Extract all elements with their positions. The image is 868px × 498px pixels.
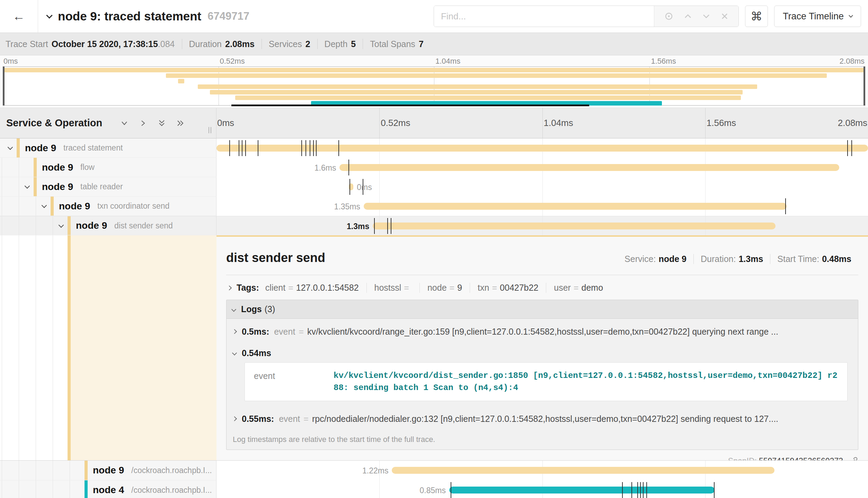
tags-row[interactable]: Tags: client=127.0.0.1:54582hostssl=node… (226, 275, 858, 300)
span-duration-label: 0.85ms (419, 486, 445, 495)
span-name-cell[interactable]: node 9table reader (0, 177, 216, 197)
span-name-cell[interactable]: node 9flow (0, 158, 216, 177)
span-name-cell[interactable]: node 9txn coordinator send (0, 197, 216, 216)
span-name-cell[interactable]: node 9dist sender send (0, 216, 216, 235)
minimap-left-drag-handle[interactable] (3, 66, 5, 106)
clear-find-icon[interactable] (720, 12, 729, 21)
span-timeline-cell[interactable] (216, 138, 868, 158)
span-row[interactable]: node 9flow1.6ms (0, 158, 868, 177)
chevron-right-icon (227, 285, 232, 290)
timeline-axis-header: 0ms 0.52ms 1.04ms 1.56ms 2.08ms (216, 108, 868, 138)
indent-guide (2, 461, 2, 480)
span-row[interactable]: node 9dist sender send1.3ms (0, 216, 868, 235)
log-marker-tick (785, 198, 786, 214)
tag-item[interactable]: hostssl= (366, 283, 419, 293)
span-service-name: node 9 (93, 465, 124, 476)
name-column-header: Service & Operation (0, 108, 216, 138)
span-name-cell[interactable]: node 9/cockroach.roachpb.I... (0, 461, 216, 480)
chevron-down-icon[interactable] (42, 203, 47, 208)
tag-key: hostssl (374, 283, 401, 292)
minimap-canvas[interactable] (3, 66, 865, 106)
log-marker-tick (338, 140, 339, 156)
trace-view-selector-button[interactable]: Trace Timeline (774, 6, 861, 27)
span-row[interactable]: node 9traced statement (0, 138, 868, 158)
log-entry[interactable]: 0.5ms:event=kv/kvclient/kvcoord/range_it… (227, 319, 858, 344)
span-bar[interactable] (449, 487, 715, 494)
span-timeline-cell[interactable]: 1.22ms (216, 461, 868, 480)
span-timeline-cell[interactable]: 1.6ms (216, 158, 868, 177)
minimap-span-bar (210, 90, 743, 94)
span-bar[interactable] (364, 203, 787, 210)
span-name-cell[interactable]: node 4/cockroach.roachpb.I... (0, 480, 216, 498)
axis-tick: 1.56ms (651, 57, 676, 66)
chevron-down-icon[interactable] (8, 145, 13, 150)
minimap-scrubber[interactable] (231, 105, 589, 106)
log-marker-tick (714, 482, 715, 498)
span-bar[interactable] (339, 164, 839, 171)
span-bar[interactable] (216, 145, 868, 152)
collapse-all-icon[interactable] (157, 118, 167, 128)
indent-guide (2, 158, 2, 177)
log-marker-tick (229, 140, 230, 156)
tag-item[interactable]: node=9 (419, 283, 470, 293)
span-bar[interactable] (373, 223, 776, 229)
log-equals: = (300, 414, 312, 424)
span-timeline-cell[interactable]: 0.85ms (216, 480, 868, 498)
log-entry-expanded-header[interactable]: 0.54ms (227, 344, 858, 362)
expand-one-icon[interactable] (138, 118, 148, 128)
log-field-key: event (254, 370, 334, 394)
find-group (434, 6, 739, 27)
locate-icon[interactable] (664, 11, 674, 21)
span-timeline-cell[interactable]: 1.3ms (216, 216, 868, 235)
span-row[interactable]: node 9/cockroach.roachpb.I...1.22ms (0, 461, 868, 480)
collapse-trace-chevron-icon[interactable] (46, 12, 52, 18)
log-marker-tick (646, 482, 647, 498)
span-duration-label: 1.3ms (347, 222, 369, 231)
minimap-row (3, 73, 865, 79)
axis-tick: 0.52ms (381, 118, 410, 128)
span-timeline-cell[interactable]: 1.35ms (216, 197, 868, 216)
log-marker-tick (847, 140, 848, 156)
chevron-down-icon[interactable] (25, 183, 30, 189)
span-row[interactable]: node 9table reader0ms (0, 177, 868, 197)
span-row[interactable]: node 4/cockroach.roachpb.I...0.85ms (0, 480, 868, 498)
span-bar[interactable] (392, 467, 774, 474)
keyboard-shortcuts-button[interactable]: ⌘ (745, 6, 768, 27)
log-value: rpc/nodedialer/nodedialer.go:132 [n9,cli… (312, 414, 778, 424)
back-button[interactable]: ← (0, 0, 38, 33)
log-entry[interactable]: 0.55ms:event=rpc/nodedialer/nodedialer.g… (227, 406, 858, 432)
span-name-cell[interactable]: node 9traced statement (0, 138, 216, 158)
divider (317, 39, 318, 49)
column-resizer-grip[interactable] (209, 127, 211, 133)
expand-all-icon[interactable] (176, 118, 185, 128)
span-color-strip (17, 138, 20, 157)
find-input[interactable] (434, 6, 654, 27)
span-detail-strip: dist sender send Service:node 9 Duration… (0, 235, 868, 460)
tag-item[interactable]: user=demo (546, 283, 611, 293)
prev-match-icon[interactable] (683, 11, 693, 21)
trace-start-label: Trace Start (6, 39, 48, 49)
span-row[interactable]: node 9txn coordinator send1.35ms (0, 197, 868, 216)
log-value: kv/kvclient/kvcoord/range_iter.go:159 [n… (307, 327, 778, 337)
logs-header[interactable]: Logs (3) (227, 300, 858, 319)
collapse-one-icon[interactable] (119, 118, 129, 128)
trace-start-millis: .084 (158, 39, 175, 49)
tag-item[interactable]: client=127.0.0.1:54582 (265, 283, 366, 293)
span-rows-top: node 9traced statementnode 9flow1.6msnod… (0, 138, 868, 235)
header-controls: ⌘ Trace Timeline (434, 6, 868, 27)
span-timeline-cell[interactable]: 0ms (216, 177, 868, 197)
tags-list: client=127.0.0.1:54582hostssl=node=9txn=… (265, 283, 611, 293)
chevron-down-icon[interactable] (59, 222, 64, 228)
trace-start-value: October 15 2020, 17:38:15 (52, 39, 158, 49)
copy-link-icon[interactable] (849, 456, 858, 460)
indent-guide (19, 480, 19, 498)
indent-guide (2, 177, 2, 196)
next-match-icon[interactable] (701, 11, 711, 21)
tag-item[interactable]: txn=00427b22 (470, 283, 546, 293)
log-marker-tick (313, 140, 314, 156)
axis-tick: 1.04ms (435, 57, 460, 66)
minimap-right-drag-handle[interactable] (863, 66, 865, 106)
start-time-value: 0.48ms (822, 254, 851, 264)
minimap-span-bar (3, 68, 865, 72)
span-duration-label: 1.6ms (315, 163, 336, 173)
